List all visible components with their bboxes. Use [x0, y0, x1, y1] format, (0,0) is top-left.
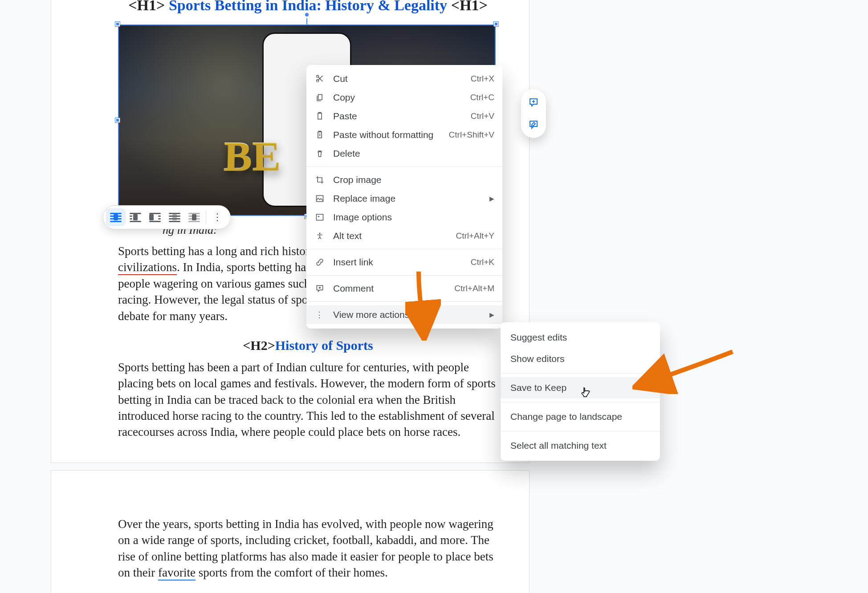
menu-item-paste[interactable]: Paste Ctrl+V [306, 107, 502, 126]
menu-shortcut: Ctrl+V [471, 111, 494, 121]
p1-line3: people wagering on various games such a [118, 277, 318, 290]
p1-line2: . In India, sports betting has b [177, 260, 320, 274]
page-content-2: Over the years, sports betting in India … [118, 512, 498, 593]
suggest-edits-icon [528, 119, 539, 130]
h2a-link-text[interactable]: History of Sports [275, 338, 373, 353]
paste-plain-icon [314, 130, 325, 140]
p1-line4: racing. However, the legal status of spo… [118, 293, 320, 306]
menu-label: Delete [333, 148, 494, 159]
h1-tag-open: <H1> [128, 0, 165, 13]
p1-spelling-error[interactable]: civilizations [118, 260, 177, 275]
menu-label: Replace image [333, 193, 481, 204]
menu-label: Comment [333, 283, 446, 294]
context-submenu-more-actions[interactable]: Suggest edits Show editors Save to Keep … [501, 322, 660, 461]
menu-divider [501, 402, 660, 402]
resize-handle-tr[interactable] [494, 22, 498, 26]
wrap-option-wrap-text[interactable] [126, 208, 145, 226]
menu-label: Cut [333, 73, 463, 84]
h1-tag-close: <H1> [451, 0, 488, 13]
floating-action-buttons [521, 89, 546, 138]
accessibility-icon [314, 231, 325, 241]
paragraph-2[interactable]: Sports betting has been a part of Indian… [118, 359, 498, 440]
menu-item-delete[interactable]: Delete [306, 144, 502, 163]
add-comment-button[interactable] [524, 93, 543, 112]
delete-icon [314, 148, 325, 159]
menu-item-paste-no-format[interactable]: Paste without formatting Ctrl+Shift+V [306, 126, 502, 144]
menu-item-image-options[interactable]: Image options [306, 208, 502, 227]
resize-handle-tl[interactable] [115, 22, 120, 26]
submenu-item-change-page-landscape[interactable]: Change page to landscape [501, 406, 660, 427]
menu-item-view-more-actions[interactable]: ⋮ View more actions ▶ [306, 305, 502, 324]
paragraph-3[interactable]: Over the years, sports betting in India … [118, 516, 498, 581]
cut-icon [314, 73, 325, 84]
image-options-icon [314, 212, 325, 223]
link-icon [314, 257, 325, 268]
menu-item-alt-text[interactable]: Alt text Ctrl+Alt+Y [306, 227, 502, 245]
submenu-item-save-to-keep[interactable]: Save to Keep [501, 377, 660, 398]
document-page-2: Over the years, sports betting in India … [51, 470, 530, 593]
image-icon [314, 193, 325, 204]
h2a-tag-open: <H2> [243, 338, 275, 353]
wrap-option-inline[interactable] [106, 208, 126, 226]
submenu-item-suggest-edits[interactable]: Suggest edits [501, 327, 660, 348]
more-vert-icon: ⋮ [314, 309, 325, 320]
menu-item-cut[interactable]: Cut Ctrl+X [306, 69, 502, 88]
p3-grammar-suggestion[interactable]: favorite [158, 566, 196, 581]
menu-label: Alt text [333, 231, 448, 241]
wrap-option-break-text[interactable] [145, 208, 165, 226]
menu-label: Show editors [510, 353, 650, 364]
wrap-option-front-text[interactable] [184, 208, 204, 226]
menu-label: View more actions [333, 309, 481, 320]
comment-icon [314, 283, 325, 294]
menu-label: Image options [333, 212, 494, 223]
menu-label: Paste [333, 111, 463, 122]
menu-label: Suggest edits [510, 332, 650, 343]
resize-handle-ml[interactable] [115, 118, 120, 122]
h1-link-text[interactable]: Sports Betting in India: History & Legal… [169, 0, 447, 13]
menu-label: Copy [333, 92, 462, 103]
doc-heading-2a: <H2>History of Sports [118, 337, 498, 355]
submenu-item-show-editors[interactable]: Show editors [501, 348, 660, 370]
menu-item-copy[interactable]: Copy Ctrl+C [306, 88, 502, 107]
submenu-item-select-all-matching[interactable]: Select all matching text [501, 435, 660, 456]
menu-divider [501, 373, 660, 374]
menu-item-comment[interactable]: Comment Ctrl+Alt+M [306, 279, 502, 298]
toolbar-separator [206, 211, 206, 223]
menu-shortcut: Ctrl+C [470, 93, 494, 102]
submenu-arrow-icon: ▶ [489, 311, 494, 318]
menu-divider [306, 167, 502, 167]
menu-shortcut: Ctrl+X [471, 74, 494, 84]
svg-rect-1 [317, 214, 323, 220]
rotate-handle[interactable] [304, 12, 310, 17]
menu-divider [306, 249, 502, 249]
menu-item-replace-image[interactable]: Replace image ▶ [306, 189, 502, 208]
context-menu[interactable]: Cut Ctrl+X Copy Ctrl+C Paste Ctrl+V Past… [306, 65, 502, 329]
menu-label: Paste without formatting [333, 130, 441, 140]
menu-shortcut: Ctrl+Alt+M [454, 284, 494, 293]
menu-shortcut: Ctrl+K [471, 257, 494, 267]
submenu-arrow-icon: ▶ [489, 195, 494, 202]
image-layout-toolbar[interactable]: ⋮ [103, 205, 231, 229]
menu-shortcut: Ctrl+Shift+V [449, 130, 494, 140]
menu-label: Crop image [333, 175, 494, 185]
menu-divider [306, 301, 502, 302]
menu-item-crop-image[interactable]: Crop image [306, 171, 502, 189]
paste-icon [314, 111, 325, 122]
p1-line5: debate for many years. [118, 309, 228, 323]
wrap-option-behind-text[interactable] [165, 208, 184, 226]
svg-point-3 [319, 233, 320, 234]
add-comment-icon [528, 97, 539, 108]
menu-item-insert-link[interactable]: Insert link Ctrl+K [306, 253, 502, 272]
menu-shortcut: Ctrl+Alt+Y [456, 231, 494, 241]
crop-icon [314, 175, 325, 185]
menu-divider [501, 431, 660, 431]
menu-label: Insert link [333, 257, 463, 268]
svg-point-2 [318, 216, 319, 217]
p3-part2: sports from the comfort of their homes. [196, 566, 388, 579]
menu-label: Select all matching text [510, 440, 650, 451]
menu-divider [306, 275, 502, 276]
suggest-edits-button[interactable] [524, 115, 543, 134]
image-toolbar-more[interactable]: ⋮ [208, 208, 228, 226]
p1-line1: Sports betting has a long and rich histo… [118, 244, 318, 258]
copy-icon [314, 92, 325, 103]
